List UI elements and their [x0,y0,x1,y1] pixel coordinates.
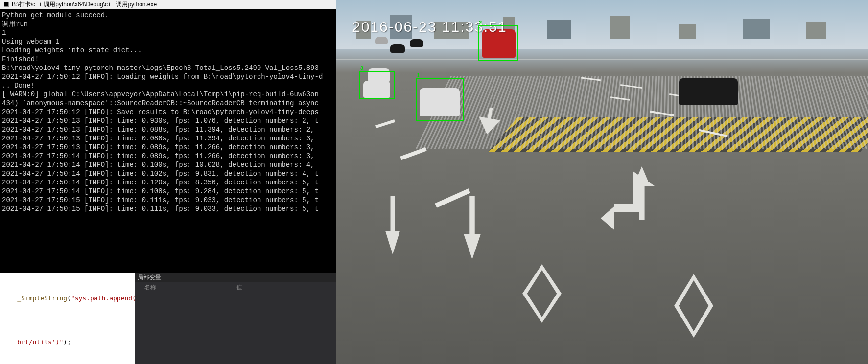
locals-panel-header: 局部变量 [135,273,336,282]
road-arrow [385,196,400,254]
console-line: 434) `anonymous-namespace'::SourceReader… [2,99,334,108]
video-output: 2016-06-23 11:33:51 312 [336,0,868,364]
code-line: brt/utils')"); [0,320,135,364]
code-function-name: _SimpleString [17,295,67,302]
detection-bbox: 1 [416,78,464,121]
code-editor[interactable]: _SimpleString("sys.path.append('B brt/ut… [0,273,135,364]
console-line: 1 [2,28,334,37]
console-line: Using webcam 1 [2,37,334,46]
code-close: ); [63,339,71,346]
locals-col-name: 名称 [135,283,233,292]
code-string-literal: brt/utils')" [17,339,63,346]
console-line: Python get module succeed. [2,11,334,20]
console-line: Finished! [2,55,334,64]
console-line: 2021-04-27 17:50:12 [INFO]: Loading weig… [2,72,334,81]
console-line: 2021-04-27 17:50:13 [INFO]: time: 0.088s… [2,125,334,134]
locals-col-value: 值 [233,283,336,292]
console-line: 2021-04-27 17:50:15 [INFO]: time: 0.111s… [2,205,334,213]
console-line: 2021-04-27 17:50:14 [INFO]: time: 0.100s… [2,160,334,169]
detection-bbox: 3 [359,71,395,99]
locals-columns-header: 名称 值 [135,282,336,293]
window-icon [3,1,10,8]
lane-dash [375,119,395,128]
console-line: Loading weights into state dict... [2,46,334,55]
code-string-literal: "sys.path.append('B [71,295,135,302]
vehicle [679,78,738,105]
console-line: 2021-04-27 17:50:14 [INFO]: time: 0.120s… [2,178,334,187]
console-line: 调用run [2,20,334,28]
detection-label: 1 [417,72,420,78]
console-line: 2021-04-27 17:50:13 [INFO]: time: 0.089s… [2,143,334,152]
window-title-text: B:\打卡\c++ 调用python\x64\Debug\c++ 调用pytho… [12,0,157,9]
console-output[interactable]: Python get module succeed.调用run1Using we… [0,9,336,273]
locals-panel[interactable]: 局部变量 名称 值 [135,273,336,364]
console-line: B:\road\yolov4-tiny-pytorch-master\logs\… [2,64,334,72]
lane-dash [400,147,426,160]
vehicle [410,39,423,47]
console-line: 2021-04-27 17:50:14 [INFO]: time: 0.108s… [2,187,334,196]
console-line: .. Done! [2,81,334,90]
road-diamond [674,274,713,338]
lane-dash [435,188,470,208]
console-line: 2021-04-27 17:50:15 [INFO]: time: 0.111s… [2,196,334,205]
console-line: 2021-04-27 17:50:14 [INFO]: time: 0.089s… [2,152,334,160]
console-line: 2021-04-27 17:50:13 [INFO]: time: 0.930s… [2,116,334,125]
window-titlebar[interactable]: B:\打卡\c++ 调用python\x64\Debug\c++ 调用pytho… [0,0,336,9]
detection-label: 3 [360,65,363,71]
vehicle [375,37,388,44]
console-line: [ WARN:0] global C:\Users\appveyor\AppDa… [2,90,334,99]
console-line: 2021-04-27 17:50:12 [INFO]: Save results… [2,108,334,116]
vehicle [390,44,405,53]
detection-label: 2 [479,20,482,25]
detection-bbox: 2 [478,25,518,61]
code-paren: ( [67,295,71,302]
code-line: _SimpleString("sys.path.append('B [0,276,135,320]
lane-line [336,59,868,60]
road-arrow [464,196,481,259]
road-diamond [522,264,562,323]
console-line: 2021-04-27 17:50:13 [INFO]: time: 0.088s… [2,134,334,143]
console-line: 2021-04-27 17:50:14 [INFO]: time: 0.102s… [2,169,334,178]
